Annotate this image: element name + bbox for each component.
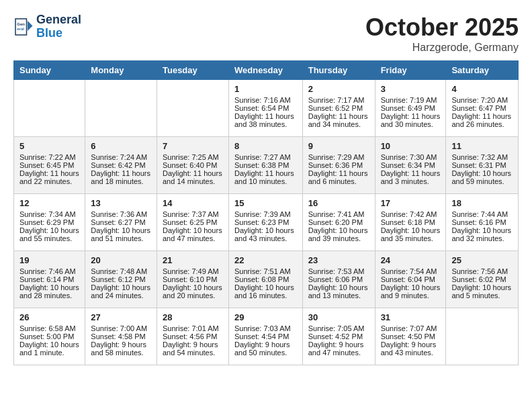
calendar-week-row: 12Sunrise: 7:34 AMSunset: 6:29 PMDayligh…: [14, 194, 519, 251]
day-number: 23: [308, 255, 369, 265]
day-info: Sunset: 4:56 PM: [163, 332, 223, 340]
calendar-cell: [85, 80, 157, 137]
day-info: and 47 minutes.: [308, 349, 369, 357]
calendar-week-row: 5Sunrise: 7:22 AMSunset: 6:45 PMDaylight…: [14, 137, 519, 194]
day-number: 22: [234, 255, 297, 265]
calendar-cell: 30Sunrise: 7:05 AMSunset: 4:52 PMDayligh…: [302, 308, 375, 365]
day-info: and 32 minutes.: [451, 234, 513, 242]
calendar-cell: 19Sunrise: 7:46 AMSunset: 6:14 PMDayligh…: [14, 251, 85, 308]
day-info: Sunrise: 7:07 AM: [381, 324, 441, 332]
day-number: 8: [234, 141, 297, 151]
day-info: Daylight: 9 hours: [234, 340, 297, 349]
day-info: Daylight: 11 hours: [234, 169, 297, 177]
day-info: Daylight: 11 hours: [308, 112, 369, 120]
logo-line2: Blue: [36, 27, 81, 40]
day-number: 9: [308, 141, 369, 151]
day-info: Daylight: 10 hours: [451, 226, 513, 234]
day-info: and 35 minutes.: [381, 234, 441, 242]
day-info: Sunrise: 7:25 AM: [163, 153, 223, 161]
calendar-cell: 28Sunrise: 7:01 AMSunset: 4:56 PMDayligh…: [157, 308, 228, 365]
day-number: 30: [308, 312, 369, 322]
calendar-cell: 24Sunrise: 7:54 AMSunset: 6:04 PMDayligh…: [375, 251, 446, 308]
calendar-cell: [14, 80, 85, 137]
day-info: and 16 minutes.: [234, 291, 297, 300]
calendar-cell: 21Sunrise: 7:49 AMSunset: 6:10 PMDayligh…: [157, 251, 228, 308]
day-info: and 34 minutes.: [308, 120, 369, 128]
day-info: and 22 minutes.: [19, 177, 79, 185]
day-number: 25: [451, 255, 513, 265]
day-info: Sunset: 6:38 PM: [234, 161, 297, 169]
day-info: Daylight: 10 hours: [91, 283, 151, 291]
day-info: Sunrise: 7:54 AM: [381, 267, 441, 275]
day-info: Daylight: 9 hours: [91, 340, 151, 349]
calendar-cell: 22Sunrise: 7:51 AMSunset: 6:08 PMDayligh…: [228, 251, 302, 308]
logo-icon: Gen eral: [13, 17, 34, 37]
calendar-cell: 2Sunrise: 7:17 AMSunset: 6:52 PMDaylight…: [302, 80, 375, 137]
day-number: 29: [234, 312, 297, 322]
calendar-cell: 9Sunrise: 7:29 AMSunset: 6:36 PMDaylight…: [302, 137, 375, 194]
weekday-header-monday: Monday: [85, 61, 157, 80]
calendar-cell: 11Sunrise: 7:32 AMSunset: 6:31 PMDayligh…: [446, 137, 519, 194]
day-info: and 55 minutes.: [19, 234, 79, 242]
day-info: Daylight: 11 hours: [91, 169, 151, 177]
day-number: 24: [381, 255, 441, 265]
day-info: Daylight: 10 hours: [163, 226, 223, 234]
calendar-cell: 10Sunrise: 7:30 AMSunset: 6:34 PMDayligh…: [375, 137, 446, 194]
day-number: 28: [163, 312, 223, 322]
day-info: and 10 minutes.: [234, 177, 297, 185]
day-info: Sunset: 6:27 PM: [91, 218, 151, 226]
day-info: Sunrise: 7:49 AM: [163, 267, 223, 275]
calendar-cell: 29Sunrise: 7:03 AMSunset: 4:54 PMDayligh…: [228, 308, 302, 365]
day-info: Sunrise: 7:00 AM: [91, 324, 151, 332]
logo-text: General Blue: [36, 13, 81, 40]
day-info: Sunset: 6:06 PM: [308, 275, 369, 283]
day-info: Sunrise: 7:46 AM: [19, 267, 79, 275]
page-header: Gen eral General Blue October 2025 Harzg…: [13, 13, 519, 54]
calendar-cell: [157, 80, 228, 137]
day-info: Sunset: 6:45 PM: [19, 161, 79, 169]
calendar-cell: 8Sunrise: 7:27 AMSunset: 6:38 PMDaylight…: [228, 137, 302, 194]
day-info: Sunrise: 7:56 AM: [451, 267, 513, 275]
title-block: October 2025 Harzgerode, Germany: [365, 13, 519, 54]
day-number: 15: [234, 198, 297, 208]
day-number: 26: [19, 312, 79, 322]
day-info: Sunset: 6:23 PM: [234, 218, 297, 226]
day-info: Daylight: 10 hours: [91, 226, 151, 234]
day-info: Sunset: 6:04 PM: [381, 275, 441, 283]
day-info: Daylight: 9 hours: [381, 340, 441, 349]
calendar-cell: 4Sunrise: 7:20 AMSunset: 6:47 PMDaylight…: [446, 80, 519, 137]
day-info: Daylight: 10 hours: [234, 283, 297, 291]
day-number: 5: [19, 141, 79, 151]
day-info: Sunset: 6:40 PM: [163, 161, 223, 169]
day-number: 17: [381, 198, 441, 208]
day-info: Sunrise: 7:16 AM: [234, 96, 297, 104]
day-number: 21: [163, 255, 223, 265]
day-info: Sunrise: 6:58 AM: [19, 324, 79, 332]
calendar-week-row: 26Sunrise: 6:58 AMSunset: 5:00 PMDayligh…: [14, 308, 519, 365]
day-info: and 58 minutes.: [91, 349, 151, 357]
day-info: Sunrise: 7:39 AM: [234, 210, 297, 218]
day-info: and 3 minutes.: [381, 177, 441, 185]
day-info: Daylight: 11 hours: [19, 169, 79, 177]
day-info: Sunset: 4:52 PM: [308, 332, 369, 340]
day-info: Daylight: 11 hours: [234, 112, 297, 120]
calendar-cell: 17Sunrise: 7:42 AMSunset: 6:18 PMDayligh…: [375, 194, 446, 251]
day-info: Sunset: 6:10 PM: [163, 275, 223, 283]
day-info: and 24 minutes.: [91, 291, 151, 300]
calendar-week-row: 19Sunrise: 7:46 AMSunset: 6:14 PMDayligh…: [14, 251, 519, 308]
calendar-cell: [446, 308, 519, 365]
day-info: Sunset: 6:14 PM: [19, 275, 79, 283]
day-number: 7: [163, 141, 223, 151]
calendar-cell: 5Sunrise: 7:22 AMSunset: 6:45 PMDaylight…: [14, 137, 85, 194]
day-info: Daylight: 10 hours: [381, 283, 441, 291]
day-info: Daylight: 11 hours: [308, 169, 369, 177]
day-info: Sunrise: 7:22 AM: [19, 153, 79, 161]
day-info: Daylight: 11 hours: [381, 112, 441, 120]
day-number: 10: [381, 141, 441, 151]
day-number: 19: [19, 255, 79, 265]
day-number: 1: [234, 84, 297, 94]
calendar-cell: 7Sunrise: 7:25 AMSunset: 6:40 PMDaylight…: [157, 137, 228, 194]
location: Harzgerode, Germany: [365, 42, 519, 54]
day-info: Sunset: 6:52 PM: [308, 104, 369, 112]
day-info: Sunrise: 7:20 AM: [451, 96, 513, 104]
